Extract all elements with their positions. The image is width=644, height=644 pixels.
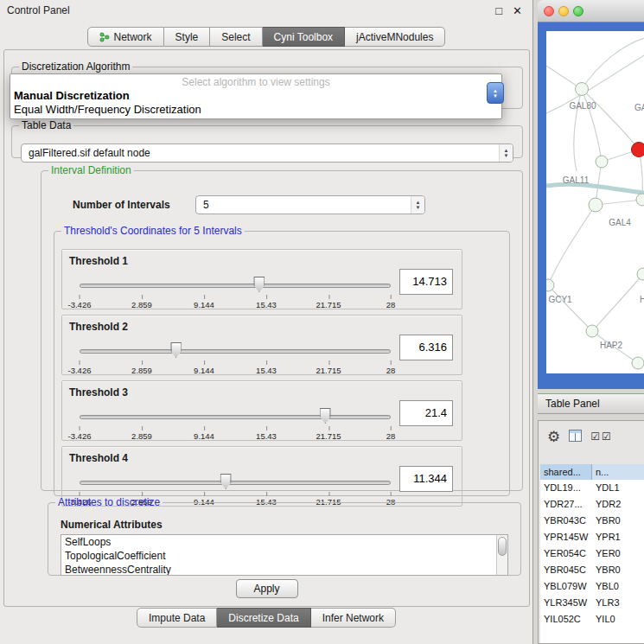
algorithm-combo-stepper[interactable]: ▲ ▼ [487, 82, 504, 104]
tab-cyni-toolbox[interactable]: Cyni Toolbox [263, 27, 345, 47]
network-node[interactable] [637, 268, 644, 280]
attributes-legend: Attributes to discretize [55, 496, 163, 508]
discretization-algorithm-legend: Discretization Algorithm [19, 61, 132, 73]
threshold-2-panel: Threshold 2 -3.426 2.859 9.144 15.43 21.… [61, 315, 462, 375]
list-item[interactable]: BetweennessCentrality [61, 563, 507, 576]
gear-icon[interactable]: ⚙ [547, 430, 560, 444]
list-item[interactable]: TopologicalCoefficient [61, 549, 507, 563]
algorithm-option-equal-width[interactable]: Equal Width/Frequency Discretization [10, 103, 501, 117]
network-node[interactable] [636, 194, 644, 206]
interval-definition-legend: Interval Definition [48, 164, 134, 176]
tab-style[interactable]: Style [164, 27, 211, 47]
table-data-value: galFiltered.sif default node [29, 147, 150, 159]
threshold-3-value-field[interactable]: 21.4 [399, 400, 453, 426]
scrollbar-thumb[interactable] [498, 537, 507, 556]
close-traffic-light-button[interactable] [544, 6, 554, 16]
column-header-name[interactable]: n... [592, 464, 644, 480]
node-label-gal80: GAL80 [569, 101, 596, 111]
control-panel-window: Control Panel □ ✕ Network Style Select C… [0, 0, 533, 644]
table-row[interactable]: YIL052CYIL0 [540, 611, 644, 628]
window-title: Control Panel [7, 4, 70, 16]
threshold-3-slider[interactable]: -3.426 2.859 9.144 15.43 21.715 28 [80, 405, 391, 440]
stepper-down-icon: ▼ [416, 206, 421, 210]
tick-label: 9.144 [194, 366, 214, 375]
tab-cyni-toolbox-label: Cyni Toolbox [274, 31, 333, 43]
tab-discretize-data-label: Discretize Data [228, 612, 298, 624]
node-label-gcy1: GCY1 [548, 295, 572, 304]
network-node[interactable] [596, 156, 608, 168]
tab-jactivemnodules[interactable]: jActiveMNodules [345, 27, 445, 47]
slider-thumb[interactable] [170, 342, 182, 358]
table-row[interactable]: YDL19...YDL1 [540, 480, 644, 496]
columns-icon[interactable] [569, 430, 582, 444]
threshold-1-slider[interactable]: -3.426 2.859 9.144 15.43 21.715 28 [80, 274, 391, 309]
table-row[interactable]: YDR27...YDR2 [540, 496, 644, 513]
cell: YBL0 [592, 578, 644, 595]
table-row[interactable]: YPR145WYPR1 [540, 529, 644, 545]
network-node-selected-red[interactable] [632, 143, 644, 157]
tab-select-label: Select [221, 31, 250, 43]
tick-label: 9.144 [194, 300, 214, 309]
float-window-icon[interactable]: □ [495, 5, 502, 16]
network-edge-thick [546, 184, 644, 193]
tab-infer-network[interactable]: Infer Network [311, 608, 396, 628]
number-of-intervals-select[interactable]: 5 ▲ ▼ [195, 195, 425, 214]
tab-discretize-data[interactable]: Discretize Data [217, 608, 310, 628]
node-label-cut-right-mid: H [640, 295, 644, 304]
threshold-2-value-field[interactable]: 6.316 [399, 335, 453, 360]
slider-thumb[interactable] [320, 408, 331, 424]
threshold-3-panel: Threshold 3 -3.426 2.859 9.144 15.43 21.… [61, 380, 462, 441]
tab-style-label: Style [175, 31, 199, 43]
network-view-frame: GAL80 GA GAL11 GAL4 GCY1 H HAP2 [538, 22, 644, 389]
tab-jactivemnodules-label: jActiveMNodules [356, 31, 433, 43]
slider-thumb[interactable] [220, 474, 232, 489]
table-row[interactable]: YBR043CYBR0 [540, 513, 644, 529]
table-row[interactable]: YBR045CYBR0 [540, 562, 644, 578]
tab-network[interactable]: Network [87, 27, 164, 47]
minimize-traffic-light-button[interactable] [558, 6, 569, 16]
select-columns-checkbox-icons[interactable]: ☑☑ [590, 430, 613, 443]
network-node[interactable] [576, 83, 589, 96]
column-header-shared-name[interactable]: shared... [540, 464, 592, 480]
checkbox-icon: ☑ [590, 430, 602, 443]
tab-impute-data[interactable]: Impute Data [137, 608, 217, 628]
algorithm-placeholder: Select algorithm to view settings [10, 76, 501, 89]
table-toolbar: ⚙ ☑☑ [539, 424, 644, 449]
apply-button[interactable]: Apply [236, 579, 298, 598]
algorithm-option-manual[interactable]: Manual Discretization [10, 89, 501, 103]
slider-track [80, 284, 391, 288]
list-scrollbar[interactable] [496, 535, 507, 575]
threshold-1-value-field[interactable]: 14.713 [399, 269, 453, 295]
table-row[interactable]: YLR345WYLR3 [540, 595, 644, 611]
tick-label: 28 [386, 431, 396, 441]
network-canvas[interactable]: GAL80 GA GAL11 GAL4 GCY1 H HAP2 [546, 31, 644, 373]
network-node[interactable] [586, 325, 598, 337]
tab-select[interactable]: Select [210, 27, 262, 47]
table-row[interactable]: YER054CYER0 [540, 545, 644, 562]
slider-thumb[interactable] [253, 277, 265, 292]
number-of-intervals-label: Number of Intervals [73, 199, 170, 211]
cyni-toolbox-panel: Discretization Algorithm Select algorith… [3, 49, 530, 607]
tick-label: 28 [386, 300, 396, 309]
slider-track [80, 481, 391, 485]
network-node[interactable] [546, 279, 554, 291]
zoom-traffic-light-button[interactable] [573, 6, 583, 16]
slider-ticks: -3.426 2.859 9.144 15.43 21.715 28 [80, 360, 391, 374]
threshold-2-slider[interactable]: -3.426 2.859 9.144 15.43 21.715 28 [80, 340, 391, 374]
cell: YBR043C [540, 513, 592, 529]
tick-label: -3.426 [68, 300, 92, 309]
cell: YPR145W [540, 529, 592, 545]
network-node[interactable] [589, 198, 603, 212]
slider-track [80, 415, 391, 419]
table-row[interactable]: YBL079WYBL0 [540, 578, 644, 595]
list-item[interactable]: SelfLoops [61, 535, 507, 549]
network-node[interactable] [632, 357, 644, 369]
numerical-attributes-list: SelfLoops TopologicalCoefficient Between… [61, 534, 508, 576]
control-panel-title-bar: Control Panel □ ✕ [0, 0, 532, 21]
table-data-select[interactable]: galFiltered.sif default node ▲ ▼ [21, 143, 513, 163]
threshold-4-value-field[interactable]: 11.344 [399, 466, 453, 492]
close-window-icon[interactable]: ✕ [513, 5, 522, 16]
checkbox-icon: ☑ [602, 430, 613, 443]
number-of-intervals-stepper: ▲ ▼ [411, 196, 424, 214]
stepper-up-icon: ▲ [504, 149, 509, 153]
